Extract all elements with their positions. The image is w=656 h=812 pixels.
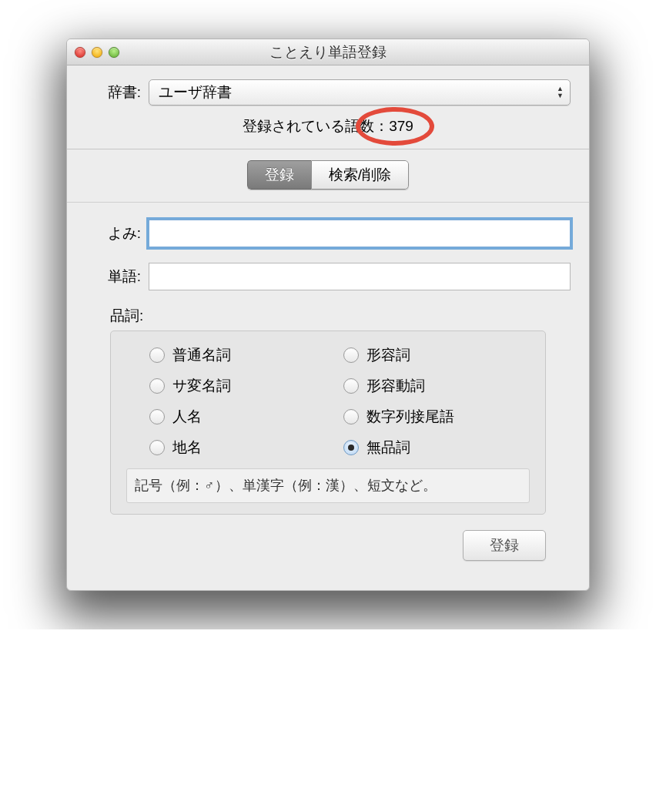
radio-futsuu-meishi[interactable]: 普通名詞 bbox=[149, 345, 336, 365]
dictionary-label: 辞書: bbox=[85, 82, 141, 102]
radio-label: 数字列接尾語 bbox=[366, 407, 454, 427]
dictionary-section: 辞書: ユーザ辞書 ▲▼ 登録されている語数：379 bbox=[67, 65, 589, 149]
tab-bar: 登録 検索/削除 bbox=[67, 149, 589, 203]
titlebar: ことえり単語登録 bbox=[67, 39, 589, 65]
tango-input[interactable] bbox=[149, 263, 571, 290]
radio-chimei[interactable]: 地名 bbox=[149, 438, 336, 458]
word-count-line: 登録されている語数：379 bbox=[85, 113, 571, 136]
radio-jinmei[interactable]: 人名 bbox=[149, 407, 336, 427]
dictionary-select[interactable]: ユーザ辞書 ▲▼ bbox=[149, 79, 571, 106]
radio-sahen-meishi[interactable]: サ変名詞 bbox=[149, 376, 336, 396]
register-button[interactable]: 登録 bbox=[463, 530, 546, 561]
radio-icon bbox=[343, 378, 359, 394]
radio-suujiretsu[interactable]: 数字列接尾語 bbox=[343, 407, 530, 427]
traffic-lights bbox=[75, 47, 119, 58]
hinshi-group: 普通名詞 形容詞 サ変名詞 形容動詞 人名 bbox=[110, 331, 546, 515]
word-register-window: ことえり単語登録 辞書: ユーザ辞書 ▲▼ 登録されている語数：379 登録 検… bbox=[66, 39, 590, 591]
tab-register[interactable]: 登録 bbox=[247, 160, 311, 190]
radio-icon bbox=[149, 409, 165, 424]
radio-label: 形容動詞 bbox=[366, 376, 425, 396]
radio-label: 無品詞 bbox=[366, 438, 410, 458]
annotation-oval bbox=[356, 107, 434, 146]
radio-icon bbox=[343, 440, 359, 455]
radio-label: 人名 bbox=[172, 407, 202, 427]
minimize-icon[interactable] bbox=[92, 47, 102, 58]
close-icon[interactable] bbox=[75, 47, 85, 58]
radio-label: 普通名詞 bbox=[172, 345, 231, 365]
radio-icon bbox=[343, 409, 359, 424]
radio-icon bbox=[149, 378, 165, 394]
hinshi-help-text: 記号（例：♂）、単漢字（例：漢）、短文など。 bbox=[126, 468, 530, 503]
radio-label: 地名 bbox=[172, 438, 202, 458]
radio-muhinshi[interactable]: 無品詞 bbox=[343, 438, 530, 458]
radio-keiyoudoushi[interactable]: 形容動詞 bbox=[343, 376, 530, 396]
window-title: ことえり単語登録 bbox=[75, 42, 581, 62]
tango-label: 単語: bbox=[85, 267, 141, 287]
radio-icon bbox=[343, 347, 359, 363]
radio-keiyoushi[interactable]: 形容詞 bbox=[343, 345, 530, 365]
zoom-icon[interactable] bbox=[109, 47, 119, 58]
yomi-input[interactable] bbox=[149, 220, 571, 247]
yomi-label: よみ: bbox=[85, 223, 141, 243]
radio-label: 形容詞 bbox=[366, 345, 410, 365]
register-form: よみ: 単語: 品詞: 普通名詞 形容詞 サ変名詞 bbox=[67, 203, 589, 590]
hinshi-label: 品詞: bbox=[110, 306, 571, 326]
select-arrows-icon: ▲▼ bbox=[557, 86, 564, 99]
radio-icon bbox=[149, 347, 165, 363]
dictionary-selected-value: ユーザ辞書 bbox=[159, 82, 232, 102]
tab-search-delete[interactable]: 検索/削除 bbox=[311, 160, 409, 190]
radio-icon bbox=[149, 440, 165, 455]
radio-label: サ変名詞 bbox=[172, 376, 231, 396]
